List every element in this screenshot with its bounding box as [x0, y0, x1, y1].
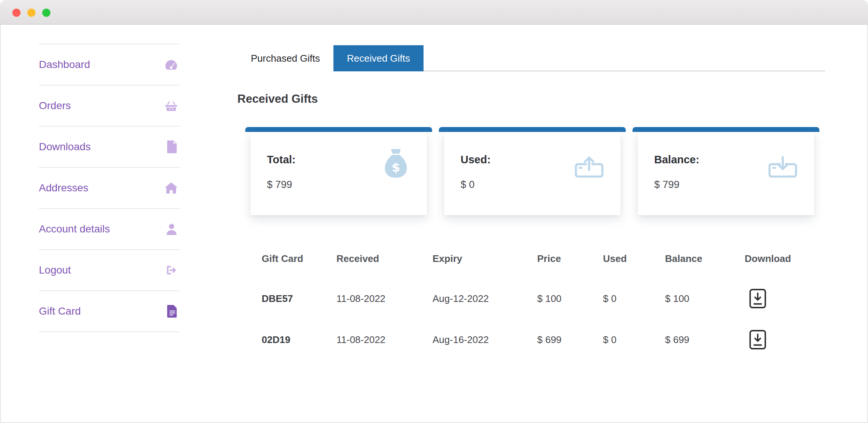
sidebar-item-label: Gift Card	[39, 305, 81, 317]
tray-arrow-up-icon	[574, 155, 604, 178]
sidebar-item-addresses[interactable]: Addresses	[39, 168, 180, 209]
download-gift-card-button[interactable]	[749, 330, 766, 350]
cell-expiry-date: Aug-16-2022	[433, 334, 537, 346]
cell-download	[745, 288, 824, 309]
sidebar-item-label: Account details	[39, 223, 110, 235]
cell-used: $ 0	[603, 293, 665, 305]
dashboard-icon	[165, 59, 178, 70]
cell-gift-card-code: DBE57	[262, 293, 336, 305]
cell-price: $ 699	[537, 334, 603, 346]
cell-balance: $ 699	[665, 334, 745, 346]
card-label: Total:	[267, 154, 296, 166]
card-accent-bar	[632, 127, 819, 132]
received-gifts-table: Gift Card Received Expiry Price Used Bal…	[262, 239, 824, 360]
gift-card-icon	[167, 305, 178, 318]
app-window: Dashboard Orders Downloads Addresses Acc	[0, 0, 868, 423]
balance-card: Balance: $ 799	[632, 127, 819, 217]
account-sidebar: Dashboard Orders Downloads Addresses Acc	[39, 44, 180, 332]
cell-received-date: 11-08-2022	[336, 293, 433, 305]
sidebar-item-logout[interactable]: Logout	[39, 250, 180, 291]
card-body: Used: $ 0	[444, 132, 621, 215]
tray-arrow-down-icon	[768, 155, 798, 178]
cell-used: $ 0	[603, 334, 665, 346]
sidebar-item-orders[interactable]: Orders	[39, 86, 180, 127]
sidebar-item-label: Logout	[39, 264, 71, 276]
card-label: Used:	[461, 154, 491, 166]
minimize-button[interactable]	[27, 9, 36, 17]
sidebar-item-label: Orders	[39, 100, 71, 112]
cell-price: $ 100	[537, 293, 603, 305]
tab-purchased-gifts[interactable]: Purchased Gifts	[237, 45, 333, 71]
card-label: Balance:	[654, 154, 699, 166]
window-titlebar	[0, 0, 868, 25]
sidebar-item-label: Dashboard	[39, 59, 90, 71]
column-header-balance: Balance	[665, 253, 745, 265]
logout-icon	[165, 265, 178, 276]
svg-text:$: $	[392, 160, 400, 175]
summary-cards: Total: $ 799 $ Used: $ 0	[245, 127, 819, 217]
cell-gift-card-code: 02D19	[262, 334, 336, 346]
column-header-received: Received	[336, 253, 433, 265]
sidebar-item-account-details[interactable]: Account details	[39, 209, 180, 250]
column-header-expiry: Expiry	[433, 253, 537, 265]
card-body: Balance: $ 799	[638, 132, 814, 215]
card-value: $ 0	[461, 179, 475, 191]
gift-card-tabs: Purchased Gifts Received Gifts	[237, 45, 424, 71]
cell-balance: $ 100	[665, 293, 745, 305]
card-body: Total: $ 799 $	[250, 132, 427, 215]
sidebar-item-label: Addresses	[39, 182, 88, 194]
sidebar-item-dashboard[interactable]: Dashboard	[39, 44, 180, 86]
addresses-icon	[165, 182, 178, 194]
sidebar-item-label: Downloads	[39, 141, 91, 153]
used-card: Used: $ 0	[439, 127, 626, 217]
column-header-download: Download	[745, 253, 824, 265]
zoom-button[interactable]	[42, 9, 50, 17]
download-gift-card-button[interactable]	[749, 288, 766, 309]
sidebar-item-gift-card[interactable]: Gift Card	[39, 291, 180, 332]
card-value: $ 799	[654, 179, 680, 191]
account-icon	[166, 223, 178, 235]
cell-expiry-date: Aug-12-2022	[433, 293, 537, 305]
column-header-gift-card: Gift Card	[262, 253, 336, 265]
column-header-used: Used	[603, 253, 665, 265]
card-value: $ 799	[267, 179, 292, 191]
total-card: Total: $ 799 $	[245, 127, 432, 217]
column-header-price: Price	[537, 253, 603, 265]
money-bag-icon: $	[381, 149, 410, 180]
cell-received-date: 11-08-2022	[336, 334, 433, 346]
close-button[interactable]	[12, 9, 21, 17]
card-accent-bar	[245, 127, 432, 132]
cell-download	[745, 330, 824, 350]
sidebar-item-downloads[interactable]: Downloads	[39, 127, 180, 168]
tab-received-gifts[interactable]: Received Gifts	[333, 45, 424, 71]
card-accent-bar	[439, 127, 626, 132]
downloads-icon	[167, 141, 178, 153]
page-title: Received Gifts	[237, 92, 318, 106]
orders-icon	[165, 100, 178, 111]
